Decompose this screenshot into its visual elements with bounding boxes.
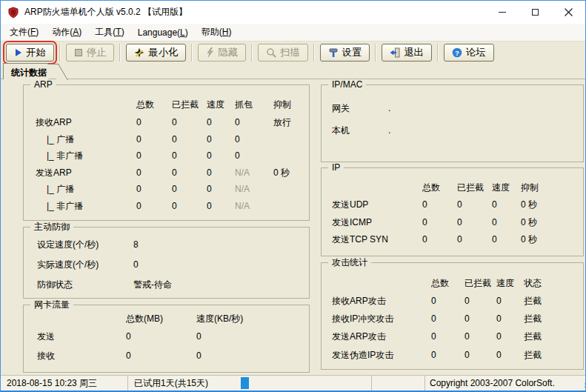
stat-value: 0	[496, 310, 524, 328]
attack-stats-group-title: 攻击统计	[328, 257, 371, 268]
stat-value: 0	[422, 231, 457, 249]
stat-value: 0	[133, 255, 309, 275]
stat-value: 0	[207, 147, 235, 165]
toolbar-separator	[437, 44, 439, 62]
stat-value: 0	[496, 328, 524, 345]
stat-value: 0 秒	[273, 165, 309, 182]
resize-grip-icon[interactable]	[582, 386, 583, 388]
stat-value: 0	[207, 181, 235, 198]
stat-value: 0	[136, 131, 172, 148]
toolbar-separator	[119, 44, 121, 62]
col-header: 速度	[492, 179, 521, 196]
row-label: |_ 非广播	[36, 147, 136, 165]
stat-value: 放行	[273, 114, 309, 131]
stat-value: 0	[126, 327, 196, 346]
title-bar: ARP防火墙单机个人版 v5.0.2 【试用版】	[1, 1, 585, 24]
ip-group-title: IP	[328, 162, 344, 173]
row-label: 发送	[37, 327, 126, 346]
stat-value: 0	[431, 328, 465, 345]
toolbar-separator	[313, 44, 315, 62]
close-button[interactable]	[552, 1, 585, 24]
row-label: 接收ARP攻击	[332, 292, 431, 310]
menu-action[interactable]: 动作(A)	[45, 24, 88, 41]
row-label: 发送ARP	[36, 165, 136, 182]
stat-value: N/A	[235, 181, 273, 198]
svg-text:?: ?	[455, 49, 459, 56]
stat-value: 0	[465, 328, 496, 345]
stat-value: 0	[465, 346, 496, 364]
menu-file[interactable]: 文件(F)	[3, 24, 45, 41]
menu-help[interactable]: 帮助(H)	[195, 24, 239, 41]
stat-value: 0	[172, 181, 207, 198]
status-bar: 2018-08-15 10:23 周三 已试用1天(共15天) Copyrigh…	[1, 375, 585, 391]
close-icon	[565, 8, 573, 16]
status-trial-panel: 已试用1天(共15天)	[128, 376, 372, 391]
start-button[interactable]: 开始	[6, 44, 54, 62]
stat-value	[273, 198, 309, 215]
stat-value: N/A	[235, 198, 273, 215]
toolbar-separator	[251, 44, 253, 62]
row-label: 发送TCP SYN	[332, 231, 422, 249]
stat-value: 0	[457, 214, 492, 232]
menu-language[interactable]: Language(L)	[131, 25, 195, 40]
row-label: |_ 广播	[36, 181, 136, 198]
col-header: 总数	[136, 95, 172, 114]
maximize-button[interactable]	[519, 1, 552, 24]
localhost-value: .	[388, 119, 583, 142]
stat-value: 0	[136, 147, 172, 165]
stat-value	[273, 181, 309, 198]
col-header: 速度	[496, 274, 524, 292]
scan-button[interactable]: 扫描	[258, 44, 308, 62]
stat-value: 0	[422, 196, 457, 214]
row-label: 接收	[37, 346, 126, 365]
stat-value: 0	[496, 292, 524, 310]
forum-button[interactable]: ? 论坛	[444, 44, 494, 62]
stat-value: 0 秒	[521, 231, 583, 249]
col-header: 已拦截	[172, 95, 207, 114]
stat-value: 0	[172, 131, 207, 148]
stat-value: 0	[431, 292, 465, 310]
col-header: 已拦截	[465, 274, 496, 292]
menu-bar: 文件(F) 动作(A) 工具(T) Language(L) 帮助(H)	[1, 24, 585, 41]
stat-value: 8	[133, 235, 309, 255]
row-label: 接收IP冲突攻击	[332, 310, 431, 328]
col-header: 状态	[524, 274, 583, 292]
stop-button[interactable]: 停止	[66, 44, 115, 62]
tab-statistics[interactable]: 统计数据	[3, 63, 48, 79]
stat-value: 0	[207, 165, 235, 182]
hide-button[interactable]: 隐藏	[198, 44, 246, 62]
arp-group-title: ARP	[30, 79, 56, 90]
stat-value: 0	[207, 131, 235, 148]
stat-value: 0	[126, 346, 196, 365]
stat-value: 0 秒	[521, 196, 583, 214]
row-label: 本机	[332, 119, 388, 142]
minimize-button[interactable]	[485, 1, 519, 24]
row-label: 网关	[332, 97, 388, 119]
row-label: 发送ARP攻击	[332, 328, 431, 345]
col-header: 抓包	[235, 95, 273, 114]
app-window: ARP防火墙单机个人版 v5.0.2 【试用版】 文件(F) 动作(A) 工具(…	[0, 0, 586, 392]
trial-progressbar	[241, 377, 249, 389]
magnifier-icon	[266, 47, 276, 58]
col-header: 抑制	[273, 95, 309, 114]
stat-value: 0	[422, 214, 457, 232]
stat-value: 0	[207, 198, 235, 215]
settings-button[interactable]: 设置	[320, 44, 370, 62]
stat-value: 0	[492, 214, 521, 232]
minimize-to-tray-button[interactable]: 最小化	[126, 44, 186, 62]
nic-traffic-group-title: 网卡流量	[30, 299, 73, 310]
minimize-icon	[499, 12, 506, 13]
exit-door-icon	[390, 47, 400, 58]
active-defense-group-title: 主动防御	[30, 222, 73, 233]
col-header: 速度	[207, 95, 235, 114]
exit-button[interactable]: 退出	[382, 44, 432, 62]
stat-value: 0	[196, 346, 309, 365]
menu-tools[interactable]: 工具(T)	[88, 24, 130, 41]
app-shield-icon	[7, 7, 19, 19]
col-header: 总数(MB)	[126, 311, 196, 327]
row-label: 接收ARP	[36, 114, 136, 131]
ip-group: IP 总数 已拦截 速度 抑制 发送UDP 0 0 0 0 秒 发送ICMP 0…	[321, 167, 584, 256]
hammer-icon	[328, 47, 339, 58]
stat-value: 0	[492, 231, 521, 249]
defense-status-value: 警戒-待命	[133, 275, 309, 295]
